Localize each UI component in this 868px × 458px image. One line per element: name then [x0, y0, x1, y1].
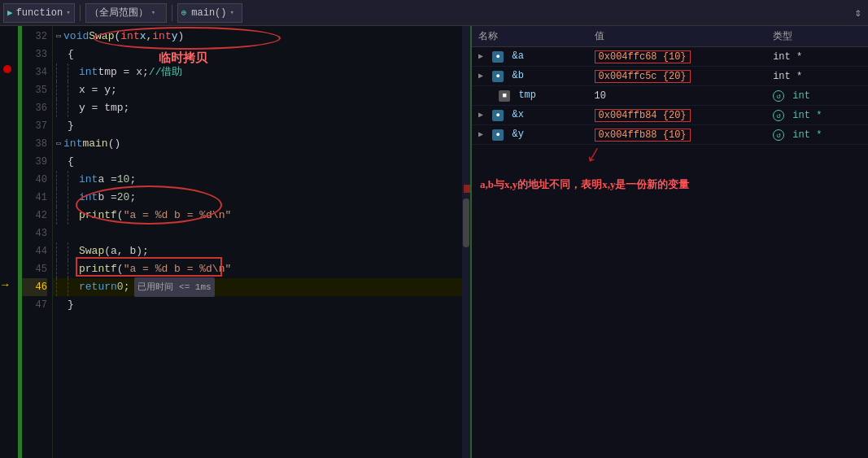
- refresh-icon-x: ↺: [773, 110, 784, 121]
- function-select[interactable]: ▶ function ▾: [3, 3, 75, 23]
- code-line-34: int tmp = x; //借助: [53, 63, 462, 81]
- var-value-y: 0x004ffb88 {10}: [588, 125, 767, 145]
- var-name-y: ▶ ● &y: [472, 125, 588, 145]
- var-type-y: ↺ int *: [766, 125, 868, 145]
- expand-b[interactable]: ▶: [478, 72, 483, 81]
- code-line-33: {: [53, 46, 462, 63]
- gutter: →: [0, 26, 18, 458]
- line-num-34: 34: [22, 63, 47, 81]
- var-value-x: 0x004ffb84 {20}: [588, 106, 767, 125]
- var-name-b: ▶ ● &b: [472, 67, 588, 86]
- collapse-38[interactable]: ▭: [56, 135, 61, 153]
- function-icon: ▶: [7, 7, 13, 18]
- var-type-b: int *: [766, 67, 868, 86]
- expand-x[interactable]: ▶: [478, 111, 483, 120]
- value-box-b: 0x004ffc5c {20}: [595, 70, 691, 83]
- toolbar: ▶ function ▾ （全局范围） ▾ ⊕ main() ▾ ⇕: [0, 0, 868, 26]
- var-value-a: 0x004ffc68 {10}: [588, 47, 767, 67]
- code-line-36: y = tmp;: [53, 99, 462, 117]
- resize-button[interactable]: ⇕: [852, 3, 865, 23]
- line-num-42: 42: [22, 207, 47, 225]
- code-line-44: Swap(a, b);: [53, 242, 462, 260]
- code-line-39: {: [53, 153, 462, 171]
- refresh-icon-tmp: ↺: [773, 90, 784, 102]
- code-area: → 32 33 34 35 36 37 38 39 40 41 42 43 44…: [0, 26, 470, 458]
- variables-pane: 名称 值 类型 ▶ ● &a 0x004ffc68 {10}: [472, 26, 868, 458]
- breakpoint-line34: [3, 65, 11, 73]
- variables-table: 名称 值 类型 ▶ ● &a 0x004ffc68 {10}: [472, 26, 868, 145]
- value-box-x: 0x004ffb84 {20}: [595, 109, 691, 122]
- var-table-header: 名称 值 类型: [472, 26, 868, 47]
- return-tooltip: 已用时间 <= 1ms: [134, 277, 214, 297]
- type-icon-a: ●: [492, 51, 504, 63]
- line-num-41: 41: [22, 189, 47, 207]
- table-row: ▶ ● &y 0x004ffb88 {10} ↺ int *: [472, 125, 868, 145]
- type-icon-y: ●: [492, 129, 504, 141]
- code-line-41: int b = 20;: [53, 189, 462, 207]
- code-line-46: return 0; 已用时间 <= 1ms: [53, 278, 462, 296]
- sep2: [172, 5, 172, 21]
- col-name: 名称: [472, 26, 588, 47]
- code-scrollbar[interactable]: [462, 26, 470, 458]
- line-num-33: 33: [22, 46, 47, 63]
- scope-dropdown-arrow: ▾: [151, 8, 155, 17]
- var-value-b: 0x004ffc5c {20}: [588, 67, 767, 86]
- code-line-40: int a = 10;: [53, 171, 462, 189]
- line-num-44: 44: [22, 242, 47, 260]
- function-dropdown-arrow: ▾: [66, 8, 70, 17]
- resize-icon: ⇕: [855, 6, 861, 20]
- code-line-47: }: [53, 296, 462, 314]
- var-name-a: ▶ ● &a: [472, 47, 588, 67]
- scroll-indicator-red: [464, 185, 470, 193]
- code-pane: → 32 33 34 35 36 37 38 39 40 41 42 43 44…: [0, 26, 472, 458]
- main-content: → 32 33 34 35 36 37 38 39 40 41 42 43 44…: [0, 26, 868, 458]
- type-icon-b: ●: [492, 71, 504, 82]
- var-type-x: ↺ int *: [766, 106, 868, 125]
- main-select[interactable]: ⊕ main() ▾: [177, 3, 242, 23]
- line-num-38: 38: [22, 135, 47, 153]
- code-line-37: }: [53, 117, 462, 135]
- line-num-39: 39: [22, 153, 47, 171]
- line-num-45: 45: [22, 260, 47, 278]
- scope-select[interactable]: （全局范围） ▾: [85, 3, 167, 23]
- function-label: function: [16, 7, 63, 19]
- table-row: ■ tmp 10 ↺ int: [472, 86, 868, 106]
- code-line-35: x = y;: [53, 81, 462, 99]
- var-name-tmp: ■ tmp: [472, 86, 588, 106]
- scope-label: （全局范围）: [89, 6, 148, 20]
- collapse-32[interactable]: ▭: [56, 28, 61, 46]
- line-num-43: 43: [22, 225, 47, 242]
- code-content[interactable]: ▭ void Swap(int x, int y) { int tmp = x;…: [53, 26, 462, 458]
- var-value-tmp: 10: [588, 86, 767, 106]
- refresh-icon-y: ↺: [773, 129, 784, 141]
- code-scrollbar-thumb[interactable]: [463, 198, 469, 247]
- main-icon: ⊕: [181, 7, 187, 18]
- line-num-47: 47: [22, 296, 47, 314]
- right-pane-wrapper: 名称 值 类型 ▶ ● &a 0x004ffc68 {10}: [472, 26, 868, 458]
- line-num-32: 32: [22, 28, 47, 46]
- code-line-43: [53, 225, 462, 242]
- expand-y[interactable]: ▶: [478, 130, 483, 139]
- line-num-35: 35: [22, 81, 47, 99]
- value-box-y: 0x004ffb88 {10}: [595, 129, 691, 142]
- line-num-40: 40: [22, 171, 47, 189]
- line-num-36: 36: [22, 99, 47, 117]
- col-value: 值: [588, 26, 767, 47]
- code-line-38: ▭ int main(): [53, 135, 462, 153]
- var-type-tmp: ↺ int: [766, 86, 868, 106]
- var-type-a: int *: [766, 47, 868, 67]
- code-line-32: ▭ void Swap(int x, int y): [53, 28, 462, 46]
- code-line-42: printf("a = %d b = %d\n": [53, 207, 462, 225]
- type-icon-x: ●: [492, 110, 504, 121]
- col-type: 类型: [766, 26, 868, 47]
- line-numbers: 32 33 34 35 36 37 38 39 40 41 42 43 44 4…: [22, 26, 53, 458]
- sep1: [80, 5, 81, 21]
- table-row: ▶ ● &b 0x004ffc5c {20} int *: [472, 67, 868, 86]
- line-num-46: 46: [22, 278, 47, 296]
- line-num-37: 37: [22, 117, 47, 135]
- main-label: main(): [191, 7, 226, 19]
- annotation-text-right: a,b与x,y的地址不同，表明x,y是一份新的变量: [480, 177, 689, 193]
- table-row: ▶ ● &a 0x004ffc68 {10} int *: [472, 47, 868, 67]
- type-icon-tmp: ■: [499, 90, 510, 102]
- expand-a[interactable]: ▶: [478, 52, 483, 61]
